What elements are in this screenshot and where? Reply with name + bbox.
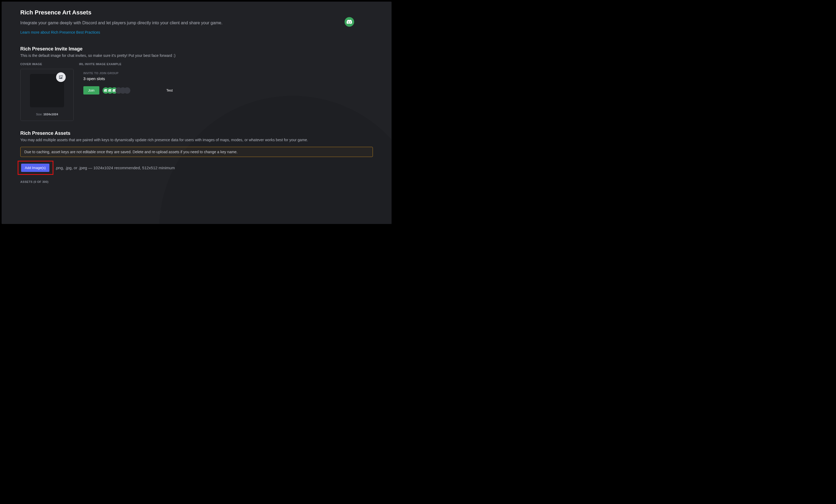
discord-brand-badge [345, 17, 354, 27]
format-hint: .png, .jpg, or .jpeg — 1024x1024 recomme… [55, 166, 175, 170]
invite-section-desc: This is the default image for chat invit… [20, 53, 373, 58]
assets-section-desc: You may add multiple assets that are pai… [20, 138, 373, 142]
avatar-empty [124, 87, 130, 94]
page-subtitle: Integrate your game deeply with Discord … [20, 20, 373, 26]
cover-image-box[interactable]: Size: 1024x1024 [20, 69, 74, 121]
cover-size-text: Size: 1024x1024 [36, 113, 58, 116]
page-title: Rich Presence Art Assets [20, 9, 373, 16]
open-slots-text: 3 open slots [83, 76, 373, 81]
assets-section-title: Rich Presence Assets [20, 131, 373, 136]
add-image-highlight: Add Image(s) [18, 161, 53, 175]
invite-section-title: Rich Presence Invite Image [20, 46, 373, 52]
add-cover-image-button[interactable] [56, 72, 66, 82]
cover-image-label: COVER IMAGE [20, 62, 74, 66]
cover-image-placeholder [30, 74, 64, 107]
learn-more-link[interactable]: Learn more about Rich Presence Best Prac… [20, 30, 100, 35]
test-label: Test [166, 89, 173, 92]
assets-count-label: ASSETS (0 OF 300) [20, 180, 373, 183]
image-add-icon [58, 75, 63, 80]
join-button[interactable]: Join [83, 86, 99, 95]
avatar-group [102, 87, 130, 94]
caching-warning: Due to caching, asset keys are not edita… [20, 147, 373, 157]
irl-example-label: IRL INVITE IMAGE EXAMPLE [79, 62, 373, 66]
add-image-button[interactable]: Add Image(s) [21, 163, 50, 172]
invite-to-join-label: INVITE TO JOIN GROUP [83, 72, 373, 75]
discord-logo-icon [346, 20, 352, 24]
